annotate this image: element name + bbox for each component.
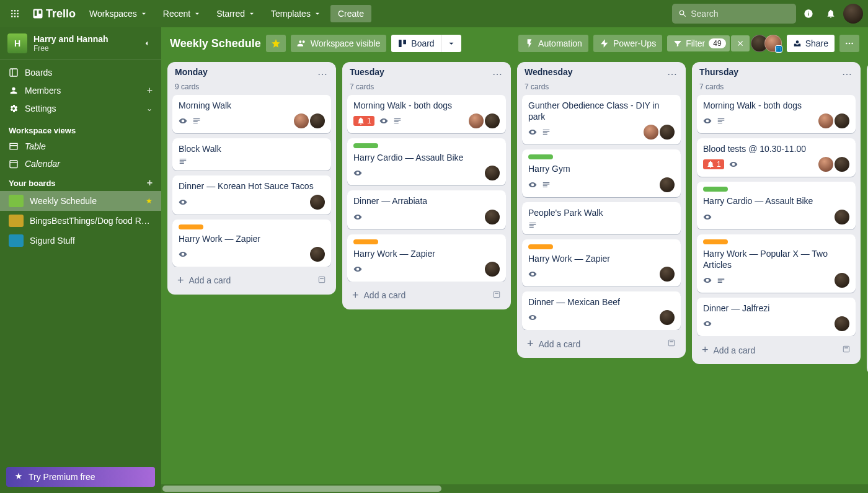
member-avatar[interactable] <box>835 113 849 128</box>
member-avatar[interactable] <box>835 273 849 288</box>
member-avatar[interactable] <box>818 113 833 128</box>
member-avatar[interactable] <box>835 157 849 172</box>
list-menu-icon[interactable]: ⋯ <box>316 67 329 81</box>
member-avatar[interactable] <box>660 177 675 192</box>
template-icon[interactable] <box>492 290 501 301</box>
sidebar-members[interactable]: Members+ <box>0 81 161 100</box>
create-button[interactable]: Create <box>330 5 371 22</box>
card[interactable]: Dinner — Mexican Beef <box>522 291 681 330</box>
member-avatar[interactable] <box>485 113 500 128</box>
template-icon[interactable] <box>667 339 676 349</box>
user-avatar[interactable] <box>843 4 863 24</box>
member-avatar[interactable] <box>818 157 833 172</box>
sidebar-calendar[interactable]: Calendar <box>0 155 161 172</box>
add-card-button[interactable]: +Add a card <box>345 284 508 307</box>
card-label[interactable] <box>528 154 553 159</box>
member-avatar[interactable] <box>835 210 849 224</box>
nav-templates[interactable]: Templates <box>265 5 328 22</box>
card[interactable]: Harry Work — Popular X — Two Articles <box>697 234 856 293</box>
sidebar-boards[interactable]: Boards <box>0 64 161 81</box>
search-input[interactable] <box>691 9 790 19</box>
trello-logo[interactable]: Trello <box>27 7 81 20</box>
workspace-visible-button[interactable]: Workspace visible <box>291 35 387 52</box>
member-avatar[interactable] <box>294 113 309 128</box>
template-icon[interactable] <box>842 345 851 355</box>
card-label[interactable] <box>353 239 378 244</box>
sidebar-board-item[interactable]: Sigurd Stuff <box>0 231 161 251</box>
list-title[interactable]: Tuesday <box>350 67 491 77</box>
clear-filter-button[interactable] <box>731 35 750 51</box>
list-title[interactable]: Wednesday <box>525 67 666 77</box>
add-card-button[interactable]: +Add a card <box>170 269 334 292</box>
share-button[interactable]: Share <box>787 35 835 52</box>
info-icon[interactable] <box>799 4 818 24</box>
sidebar-settings[interactable]: Settings⌄ <box>0 100 161 117</box>
card[interactable]: Harry Cardio — Assault Bike <box>697 182 856 229</box>
member-avatar[interactable] <box>485 166 500 180</box>
card[interactable]: Harry Cardio — Assault Bike <box>347 138 506 185</box>
nav-starred[interactable]: Starred <box>210 5 262 22</box>
nav-recent[interactable]: Recent <box>157 5 208 22</box>
filter-button[interactable]: Filter49 <box>667 35 729 51</box>
card[interactable]: Harry Work — Zapier <box>522 239 681 286</box>
sidebar-table[interactable]: Table <box>0 138 161 155</box>
list-menu-icon[interactable]: ⋯ <box>841 67 853 81</box>
card[interactable]: Blood tests @ 10.30-11.00 1 <box>697 138 856 177</box>
add-card-button[interactable]: +Add a card <box>520 332 683 355</box>
card[interactable]: Morning Walk - both dogs 1 <box>347 95 506 133</box>
member-avatar[interactable] <box>310 247 325 262</box>
member-avatar[interactable] <box>644 125 658 140</box>
card-label[interactable] <box>703 239 728 244</box>
list-menu-icon[interactable]: ⋯ <box>666 67 678 81</box>
apps-menu-icon[interactable] <box>5 4 25 24</box>
board-view-button[interactable]: Board <box>391 35 440 52</box>
card[interactable]: Gunther Obedience Class - DIY in park <box>522 95 681 144</box>
horizontal-scrollbar[interactable] <box>161 484 868 493</box>
nav-workspaces[interactable]: Workspaces <box>83 5 154 22</box>
card[interactable]: Harry Work — Zapier <box>172 220 331 267</box>
automation-button[interactable]: Automation <box>518 35 588 52</box>
view-switcher-dropdown[interactable] <box>441 35 461 52</box>
card-label[interactable] <box>703 187 728 192</box>
card[interactable]: Dinner — Jalfrezi <box>697 298 856 336</box>
premium-button[interactable]: Try Premium free <box>6 467 155 487</box>
list-title[interactable]: Monday <box>175 67 316 77</box>
board-members[interactable]: ⬚ <box>755 35 782 52</box>
template-icon[interactable] <box>317 275 326 286</box>
add-member-icon[interactable]: + <box>147 85 153 96</box>
member-avatar[interactable] <box>835 316 849 331</box>
collapse-sidebar-icon[interactable] <box>139 36 154 51</box>
member-avatar[interactable] <box>310 195 325 210</box>
card[interactable]: Harry Gym <box>522 149 681 197</box>
search-box[interactable] <box>672 4 796 24</box>
member-avatar[interactable] <box>310 113 325 128</box>
board-menu-button[interactable] <box>839 35 859 52</box>
member-avatar[interactable] <box>485 210 500 224</box>
card-label[interactable] <box>179 224 203 229</box>
member-avatar[interactable] <box>660 125 675 140</box>
notifications-icon[interactable] <box>821 4 841 24</box>
member-avatar[interactable] <box>485 262 500 277</box>
sidebar-board-item[interactable]: Weekly Schedule★ <box>0 191 161 211</box>
card-label[interactable] <box>528 244 553 249</box>
member-avatar[interactable] <box>469 113 484 128</box>
card-label[interactable] <box>353 143 378 148</box>
card[interactable]: Morning Walk - both dogs <box>697 95 856 133</box>
card[interactable]: Dinner — Korean Hot Sauce Tacos <box>172 175 331 214</box>
star-board-button[interactable] <box>266 35 286 52</box>
sidebar-board-item[interactable]: BingsBestThings/Dog food Re… <box>0 211 161 231</box>
add-board-icon[interactable]: + <box>147 177 153 189</box>
card[interactable]: Block Walk <box>172 138 331 171</box>
add-card-button[interactable]: +Add a card <box>694 339 858 362</box>
card[interactable]: Dinner — Arrabiata <box>347 190 506 229</box>
powerups-button[interactable]: Power-Ups <box>593 35 662 52</box>
card[interactable]: Morning Walk <box>172 95 331 133</box>
member-avatar[interactable] <box>660 267 675 282</box>
board-title[interactable]: Weekly Schedule <box>170 37 261 50</box>
card[interactable]: People's Park Walk <box>522 202 681 234</box>
card[interactable]: Harry Work — Zapier <box>347 234 506 282</box>
list-title[interactable]: Thursday <box>699 67 841 77</box>
member-avatar[interactable] <box>660 310 675 325</box>
list-menu-icon[interactable]: ⋯ <box>491 67 503 81</box>
chevron-down-icon[interactable]: ⌄ <box>146 104 153 113</box>
